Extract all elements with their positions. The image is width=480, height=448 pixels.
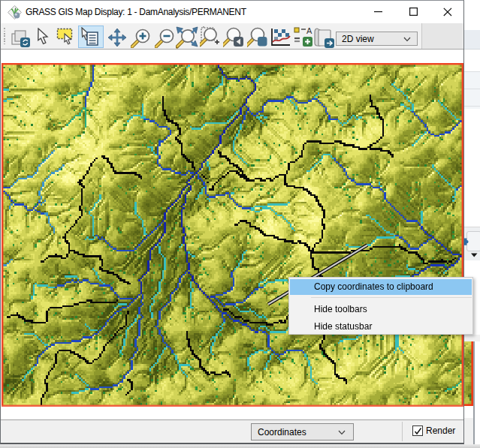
svg-text:A: A [306, 26, 312, 35]
